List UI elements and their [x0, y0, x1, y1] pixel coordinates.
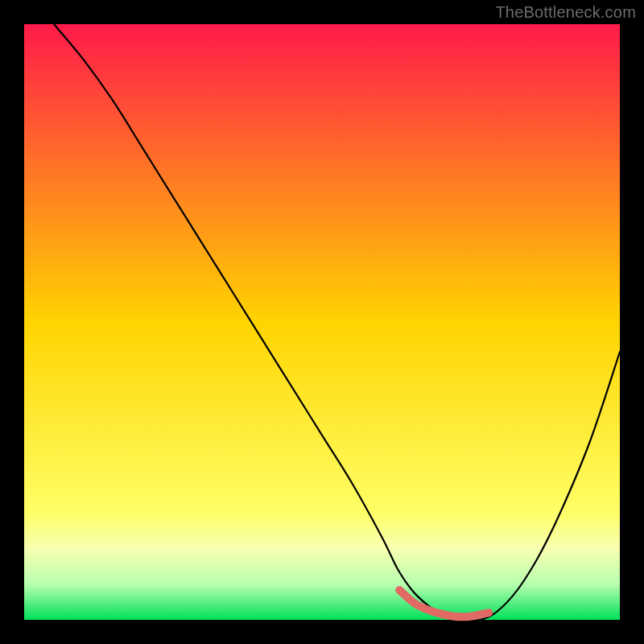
watermark-label: TheBottleneck.com	[495, 3, 636, 22]
chart-svg	[0, 0, 644, 644]
bottleneck-chart: TheBottleneck.com	[0, 0, 644, 644]
chart-background	[24, 24, 620, 620]
